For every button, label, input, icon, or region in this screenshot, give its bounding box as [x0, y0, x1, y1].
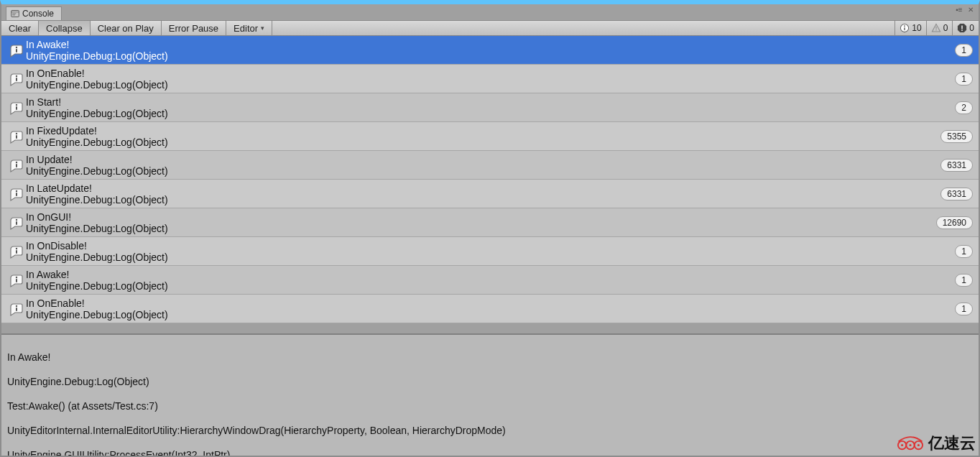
log-row[interactable]: In Update! UnityEngine.Debug:Log(Object)…: [1, 151, 979, 180]
log-stack: UnityEngine.Debug:Log(Object): [26, 280, 955, 292]
log-row[interactable]: In OnGUI! UnityEngine.Debug:Log(Object) …: [1, 208, 979, 237]
detail-line: In Awake!: [7, 351, 973, 364]
info-filter[interactable]: 10: [895, 21, 925, 35]
log-row[interactable]: In OnEnable! UnityEngine.Debug:Log(Objec…: [1, 295, 979, 323]
editor-dropdown[interactable]: Editor: [226, 21, 272, 35]
tab-bar: Console ▪≡ ✕: [1, 4, 979, 20]
svg-rect-30: [16, 308, 17, 311]
log-count-badge: 6331: [940, 159, 973, 172]
svg-rect-16: [16, 106, 17, 110]
log-row[interactable]: In Start! UnityEngine.Debug:Log(Object) …: [1, 93, 979, 122]
log-stack: UnityEngine.Debug:Log(Object): [26, 165, 940, 177]
svg-rect-14: [16, 78, 17, 81]
svg-point-8: [935, 29, 936, 30]
svg-point-25: [16, 247, 17, 249]
detail-line: UnityEngine.Debug:Log(Object): [7, 376, 973, 388]
error-icon: [957, 23, 967, 33]
log-stack: UnityEngine.Debug:Log(Object): [26, 223, 936, 234]
info-icon: [6, 71, 26, 87]
detail-line: Test:Awake() (at Assets/Test.cs:7): [7, 400, 973, 412]
log-row[interactable]: In OnDisable! UnityEngine.Debug:Log(Obje…: [1, 237, 979, 266]
info-icon: [6, 157, 26, 173]
log-message: In OnDisable!: [26, 240, 955, 251]
log-count-badge: 2: [955, 101, 973, 114]
toolbar: Clear Collapse Clear on Play Error Pause…: [1, 20, 979, 36]
log-stack: UnityEngine.Debug:Log(Object): [26, 137, 940, 148]
svg-point-21: [16, 190, 17, 191]
log-row[interactable]: In FixedUpdate! UnityEngine.Debug:Log(Ob…: [1, 122, 979, 151]
tab-console[interactable]: Console: [6, 6, 62, 20]
info-icon: [6, 301, 26, 317]
svg-rect-20: [16, 164, 17, 167]
svg-rect-18: [16, 135, 17, 139]
watermark-logo-icon: [897, 435, 924, 452]
info-icon: [6, 244, 26, 259]
svg-point-36: [917, 444, 920, 446]
log-count-badge: 12690: [936, 216, 973, 229]
log-message: In Update!: [26, 154, 940, 165]
warning-icon: [931, 23, 941, 33]
detail-panel: In Awake! UnityEngine.Debug:Log(Object) …: [1, 333, 979, 456]
log-list[interactable]: In Awake! UnityEngine.Debug:Log(Object) …: [1, 36, 979, 333]
log-count-badge: 1: [955, 303, 973, 315]
svg-point-23: [16, 218, 17, 220]
svg-point-17: [16, 132, 17, 134]
svg-point-35: [909, 444, 911, 446]
error-pause-button[interactable]: Error Pause: [162, 21, 226, 35]
log-stack: UnityEngine.Debug:Log(Object): [26, 50, 955, 62]
close-icon[interactable]: ✕: [966, 4, 976, 14]
log-message: In OnGUI!: [26, 211, 936, 223]
log-count-badge: 1: [955, 245, 973, 258]
log-row[interactable]: In OnEnable! UnityEngine.Debug:Log(Objec…: [1, 65, 979, 93]
log-row[interactable]: In Awake! UnityEngine.Debug:Log(Object) …: [1, 266, 979, 295]
info-icon: [6, 129, 26, 144]
log-count-badge: 1: [955, 44, 973, 57]
svg-point-34: [901, 444, 903, 446]
watermark: 亿速云: [897, 433, 976, 454]
log-stack: UnityEngine.Debug:Log(Object): [26, 79, 955, 91]
log-stack: UnityEngine.Debug:Log(Object): [26, 108, 955, 119]
warning-filter[interactable]: 0: [926, 21, 953, 35]
log-message: In Awake!: [26, 39, 955, 50]
svg-point-27: [16, 276, 17, 277]
svg-point-5: [904, 25, 905, 27]
detail-line: UnityEngine.GUIUtility:ProcessEvent(Int3…: [7, 449, 973, 456]
log-count-badge: 5355: [940, 130, 973, 143]
svg-point-15: [16, 103, 17, 105]
log-row[interactable]: In Awake! UnityEngine.Debug:Log(Object) …: [1, 36, 979, 65]
log-count-badge: 1: [955, 274, 973, 287]
info-icon: [6, 100, 26, 116]
log-row[interactable]: In LateUpdate! UnityEngine.Debug:Log(Obj…: [1, 180, 979, 208]
svg-rect-28: [16, 279, 17, 282]
log-message: In LateUpdate!: [26, 183, 940, 194]
svg-point-10: [961, 29, 963, 31]
svg-rect-26: [16, 250, 17, 254]
log-stack: UnityEngine.Debug:Log(Object): [26, 194, 940, 206]
log-count-badge: 6331: [940, 188, 973, 200]
clear-button[interactable]: Clear: [1, 21, 39, 35]
svg-rect-6: [905, 27, 905, 30]
svg-rect-22: [16, 193, 17, 196]
svg-point-29: [16, 305, 17, 306]
info-icon: [900, 23, 910, 33]
context-menu-icon[interactable]: ▪≡: [954, 4, 964, 14]
clear-on-play-button[interactable]: Clear on Play: [91, 21, 162, 35]
log-message: In OnEnable!: [26, 68, 955, 79]
log-message: In OnEnable!: [26, 297, 955, 309]
info-icon: [6, 215, 26, 231]
log-message: In Awake!: [26, 269, 955, 280]
svg-rect-24: [16, 221, 17, 225]
detail-line: UnityEditorInternal.InternalEditorUtilit…: [7, 425, 973, 437]
svg-point-11: [16, 46, 17, 47]
info-icon: [6, 186, 26, 202]
log-message: In Start!: [26, 96, 955, 108]
collapse-button[interactable]: Collapse: [39, 21, 91, 35]
svg-rect-9: [962, 26, 963, 29]
svg-point-13: [16, 75, 17, 76]
log-stack: UnityEngine.Debug:Log(Object): [26, 309, 955, 320]
log-count-badge: 1: [955, 73, 973, 86]
console-tab-icon: [11, 9, 19, 18]
error-filter[interactable]: 0: [952, 21, 979, 35]
info-icon: [6, 42, 26, 58]
log-stack: UnityEngine.Debug:Log(Object): [26, 251, 955, 263]
